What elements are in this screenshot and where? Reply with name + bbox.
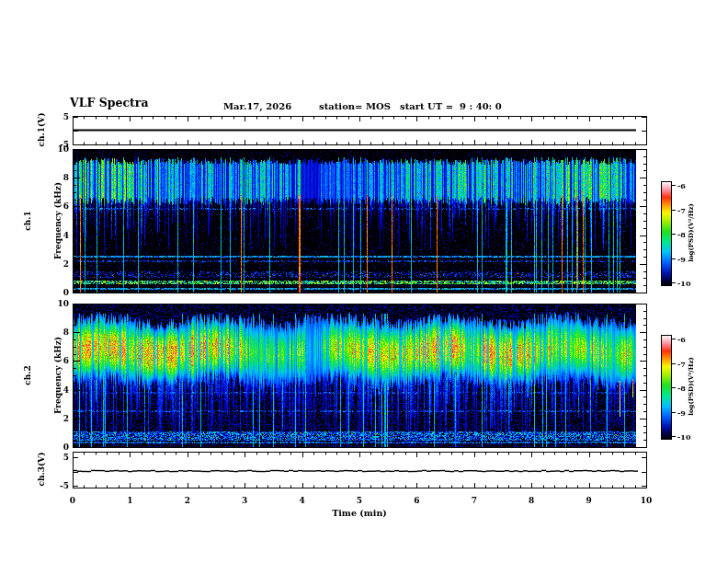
figure-title: VLF Spectra [70, 98, 149, 109]
start-ut-label: start UT = 9 : 40: 0 [400, 102, 502, 111]
y-axis-title-ch3v: ch.3(V) [37, 453, 47, 487]
y-axis-title-ch2-spec: ch.2 Frequency (kHz) [3, 337, 84, 414]
y-tick-label-ch1v: 5 [63, 112, 69, 121]
x-axis-title: Time (min) [332, 509, 387, 518]
x-tick-label: 3 [242, 496, 247, 504]
vlf-spectra-figure: VLF Spectra Mar.17, 2026 station= MOS st… [0, 0, 728, 563]
y-tick-label-spec2: 10 [57, 300, 69, 308]
y-tick-label-spec1: 0 [63, 289, 69, 297]
y-tick-label-ch1v: -5 [60, 140, 69, 148]
colorbar-tick-label: -6 [677, 182, 686, 190]
y-axis-title-ch2-line1: ch.2 [23, 337, 33, 414]
colorbar1-title: log(PSD)(V²/Hz) [688, 203, 694, 262]
x-tick-label: 4 [299, 496, 304, 504]
colorbar2-title: log(PSD)(V²/Hz) [688, 357, 694, 416]
colorbar-tick-label: -9 [677, 256, 686, 263]
y-tick-label-spec1: 4 [63, 231, 69, 239]
colorbar-tick-label: -7 [677, 361, 686, 368]
x-tick-label: 2 [185, 496, 190, 504]
y-tick-label-spec1: 6 [63, 202, 69, 211]
y-tick-label-spec2: 6 [63, 357, 69, 365]
y-tick-label-spec1: 8 [63, 174, 69, 182]
y-axis-title-ch1-line1: ch.1 [23, 182, 33, 259]
x-tick-label: 9 [586, 496, 591, 504]
y-tick-label-spec2: 0 [63, 443, 69, 452]
spectra-plot-canvas [0, 0, 728, 563]
y-tick-label-ch3v: -5 [60, 482, 69, 490]
date-label: Mar.17, 2026 [223, 102, 291, 111]
y-tick-label-spec2: 2 [63, 414, 69, 422]
x-tick-label: 5 [357, 496, 362, 504]
x-tick-label: 10 [641, 496, 653, 504]
x-tick-label: 1 [127, 496, 132, 504]
y-tick-label-spec1: 2 [63, 259, 69, 268]
station-label: station= MOS [319, 102, 391, 111]
x-tick-label: 7 [472, 496, 477, 504]
y-tick-label-spec2: 4 [63, 385, 69, 394]
colorbar-tick-label: -10 [677, 433, 690, 441]
x-tick-label: 8 [529, 496, 534, 504]
colorbar-tick-label: -7 [677, 207, 686, 214]
y-axis-title-ch1-spec: ch.1 Frequency (kHz) [3, 182, 84, 259]
colorbar-tick-label: -10 [677, 280, 690, 287]
y-axis-title-ch2-line2: Frequency (kHz) [53, 337, 63, 414]
x-tick-label: 6 [414, 496, 419, 504]
colorbar-tick-label: -8 [677, 231, 686, 238]
colorbar-tick-label: -9 [677, 409, 686, 417]
x-tick-label: 0 [70, 496, 75, 504]
y-axis-title-ch1-line2: Frequency (kHz) [53, 182, 63, 259]
colorbar-tick-label: -6 [677, 336, 686, 343]
y-tick-label-ch3v: 5 [63, 454, 69, 462]
y-tick-label-spec2: 8 [63, 328, 69, 337]
colorbar-tick-label: -8 [677, 385, 686, 392]
y-axis-title-ch1v: ch.1(V) [37, 113, 47, 147]
